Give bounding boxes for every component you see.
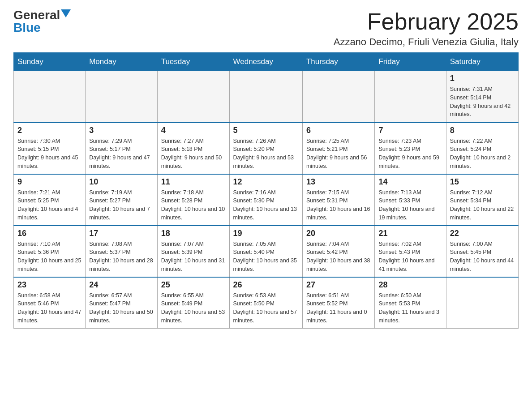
day-cell-3-2: 18Sunrise: 7:07 AMSunset: 5:39 PMDayligh… <box>157 226 229 277</box>
header-thursday: Thursday <box>302 53 375 71</box>
day-info: Sunrise: 7:30 AMSunset: 5:15 PMDaylight:… <box>17 137 82 171</box>
day-cell-1-1: 3Sunrise: 7:29 AMSunset: 5:17 PMDaylight… <box>86 123 157 174</box>
day-number: 26 <box>233 280 299 290</box>
day-number: 13 <box>306 177 371 187</box>
day-number: 24 <box>89 280 153 290</box>
day-info: Sunrise: 7:13 AMSunset: 5:33 PMDaylight:… <box>378 188 442 222</box>
day-number: 7 <box>378 126 442 135</box>
day-number: 2 <box>17 126 82 135</box>
day-cell-3-5: 21Sunrise: 7:02 AMSunset: 5:43 PMDayligh… <box>375 226 446 277</box>
day-info: Sunrise: 7:25 AMSunset: 5:21 PMDaylight:… <box>306 137 371 171</box>
day-cell-2-0: 9Sunrise: 7:21 AMSunset: 5:25 PMDaylight… <box>14 174 86 226</box>
header-wednesday: Wednesday <box>229 53 302 71</box>
day-cell-0-2 <box>157 71 229 123</box>
svg-marker-0 <box>61 9 71 17</box>
day-cell-4-3: 26Sunrise: 6:53 AMSunset: 5:50 PMDayligh… <box>229 277 302 329</box>
day-cell-4-1: 24Sunrise: 6:57 AMSunset: 5:47 PMDayligh… <box>86 277 157 329</box>
logo-blue-text: Blue <box>13 21 41 34</box>
day-info: Sunrise: 6:57 AMSunset: 5:47 PMDaylight:… <box>89 291 153 325</box>
header-sunday: Sunday <box>14 53 86 71</box>
day-number: 10 <box>89 177 153 187</box>
day-info: Sunrise: 6:50 AMSunset: 5:53 PMDaylight:… <box>378 291 442 325</box>
day-number: 20 <box>306 229 371 238</box>
day-number: 8 <box>450 126 515 135</box>
day-info: Sunrise: 6:58 AMSunset: 5:46 PMDaylight:… <box>17 291 82 325</box>
day-info: Sunrise: 6:51 AMSunset: 5:52 PMDaylight:… <box>306 291 371 325</box>
day-cell-2-3: 12Sunrise: 7:16 AMSunset: 5:30 PMDayligh… <box>229 174 302 226</box>
day-info: Sunrise: 7:18 AMSunset: 5:28 PMDaylight:… <box>161 188 226 222</box>
day-cell-4-4: 27Sunrise: 6:51 AMSunset: 5:52 PMDayligh… <box>302 277 375 329</box>
day-cell-4-2: 25Sunrise: 6:55 AMSunset: 5:49 PMDayligh… <box>157 277 229 329</box>
title-block: February 2025 Azzano Decimo, Friuli Vene… <box>334 9 519 48</box>
day-info: Sunrise: 7:29 AMSunset: 5:17 PMDaylight:… <box>89 137 153 171</box>
day-info: Sunrise: 7:16 AMSunset: 5:30 PMDaylight:… <box>233 188 299 222</box>
header-monday: Monday <box>86 53 157 71</box>
week-row-5: 23Sunrise: 6:58 AMSunset: 5:46 PMDayligh… <box>14 277 519 329</box>
day-number: 14 <box>378 177 442 187</box>
day-cell-3-3: 19Sunrise: 7:05 AMSunset: 5:40 PMDayligh… <box>229 226 302 277</box>
day-info: Sunrise: 7:31 AMSunset: 5:14 PMDaylight:… <box>450 85 515 119</box>
day-info: Sunrise: 7:04 AMSunset: 5:42 PMDaylight:… <box>306 240 371 274</box>
day-cell-2-4: 13Sunrise: 7:15 AMSunset: 5:31 PMDayligh… <box>302 174 375 226</box>
day-cell-2-1: 10Sunrise: 7:19 AMSunset: 5:27 PMDayligh… <box>86 174 157 226</box>
day-number: 18 <box>161 229 226 238</box>
day-info: Sunrise: 7:22 AMSunset: 5:24 PMDaylight:… <box>450 137 515 171</box>
day-number: 21 <box>378 229 442 238</box>
header-friday: Friday <box>375 53 446 71</box>
day-info: Sunrise: 7:05 AMSunset: 5:40 PMDaylight:… <box>233 240 299 274</box>
day-cell-0-3 <box>229 71 302 123</box>
day-cell-1-5: 7Sunrise: 7:23 AMSunset: 5:23 PMDaylight… <box>375 123 446 174</box>
logo-general-text: General <box>13 9 60 21</box>
location-title: Azzano Decimo, Friuli Venezia Giulia, It… <box>334 36 519 48</box>
week-row-3: 9Sunrise: 7:21 AMSunset: 5:25 PMDaylight… <box>14 174 519 226</box>
day-number: 9 <box>17 177 82 187</box>
day-cell-4-5: 28Sunrise: 6:50 AMSunset: 5:53 PMDayligh… <box>375 277 446 329</box>
header-saturday: Saturday <box>446 53 518 71</box>
day-info: Sunrise: 7:12 AMSunset: 5:34 PMDaylight:… <box>450 188 515 222</box>
day-info: Sunrise: 7:07 AMSunset: 5:39 PMDaylight:… <box>161 240 226 274</box>
week-row-4: 16Sunrise: 7:10 AMSunset: 5:36 PMDayligh… <box>14 226 519 277</box>
day-number: 16 <box>17 229 82 238</box>
day-info: Sunrise: 7:00 AMSunset: 5:45 PMDaylight:… <box>450 240 515 274</box>
header-tuesday: Tuesday <box>157 53 229 71</box>
header: General Blue February 2025 Azzano Decimo… <box>13 9 519 48</box>
day-cell-1-4: 6Sunrise: 7:25 AMSunset: 5:21 PMDaylight… <box>302 123 375 174</box>
day-number: 5 <box>233 126 299 135</box>
day-cell-1-6: 8Sunrise: 7:22 AMSunset: 5:24 PMDaylight… <box>446 123 518 174</box>
day-cell-0-5 <box>375 71 446 123</box>
day-number: 1 <box>450 74 515 83</box>
day-cell-0-0 <box>14 71 86 123</box>
day-cell-0-4 <box>302 71 375 123</box>
week-row-2: 2Sunrise: 7:30 AMSunset: 5:15 PMDaylight… <box>14 123 519 174</box>
day-number: 22 <box>450 229 515 238</box>
day-cell-1-0: 2Sunrise: 7:30 AMSunset: 5:15 PMDaylight… <box>14 123 86 174</box>
day-info: Sunrise: 7:21 AMSunset: 5:25 PMDaylight:… <box>17 188 82 222</box>
day-number: 4 <box>161 126 226 135</box>
day-number: 6 <box>306 126 371 135</box>
day-cell-2-6: 15Sunrise: 7:12 AMSunset: 5:34 PMDayligh… <box>446 174 518 226</box>
day-cell-2-5: 14Sunrise: 7:13 AMSunset: 5:33 PMDayligh… <box>375 174 446 226</box>
day-number: 27 <box>306 280 371 290</box>
day-number: 28 <box>378 280 442 290</box>
day-number: 12 <box>233 177 299 187</box>
day-info: Sunrise: 7:15 AMSunset: 5:31 PMDaylight:… <box>306 188 371 222</box>
day-info: Sunrise: 7:23 AMSunset: 5:23 PMDaylight:… <box>378 137 442 171</box>
day-cell-0-6: 1Sunrise: 7:31 AMSunset: 5:14 PMDaylight… <box>446 71 518 123</box>
day-cell-2-2: 11Sunrise: 7:18 AMSunset: 5:28 PMDayligh… <box>157 174 229 226</box>
day-info: Sunrise: 7:27 AMSunset: 5:18 PMDaylight:… <box>161 137 226 171</box>
day-cell-1-3: 5Sunrise: 7:26 AMSunset: 5:20 PMDaylight… <box>229 123 302 174</box>
calendar-table: Sunday Monday Tuesday Wednesday Thursday… <box>13 52 519 329</box>
day-info: Sunrise: 7:10 AMSunset: 5:36 PMDaylight:… <box>17 240 82 274</box>
day-info: Sunrise: 7:08 AMSunset: 5:37 PMDaylight:… <box>89 240 153 274</box>
day-cell-3-0: 16Sunrise: 7:10 AMSunset: 5:36 PMDayligh… <box>14 226 86 277</box>
day-number: 23 <box>17 280 82 290</box>
day-number: 11 <box>161 177 226 187</box>
day-number: 15 <box>450 177 515 187</box>
logo: General Blue <box>13 9 71 34</box>
day-cell-0-1 <box>86 71 157 123</box>
day-cell-4-0: 23Sunrise: 6:58 AMSunset: 5:46 PMDayligh… <box>14 277 86 329</box>
day-cell-4-6 <box>446 277 518 329</box>
day-info: Sunrise: 7:26 AMSunset: 5:20 PMDaylight:… <box>233 137 299 171</box>
day-number: 19 <box>233 229 299 238</box>
day-cell-1-2: 4Sunrise: 7:27 AMSunset: 5:18 PMDaylight… <box>157 123 229 174</box>
